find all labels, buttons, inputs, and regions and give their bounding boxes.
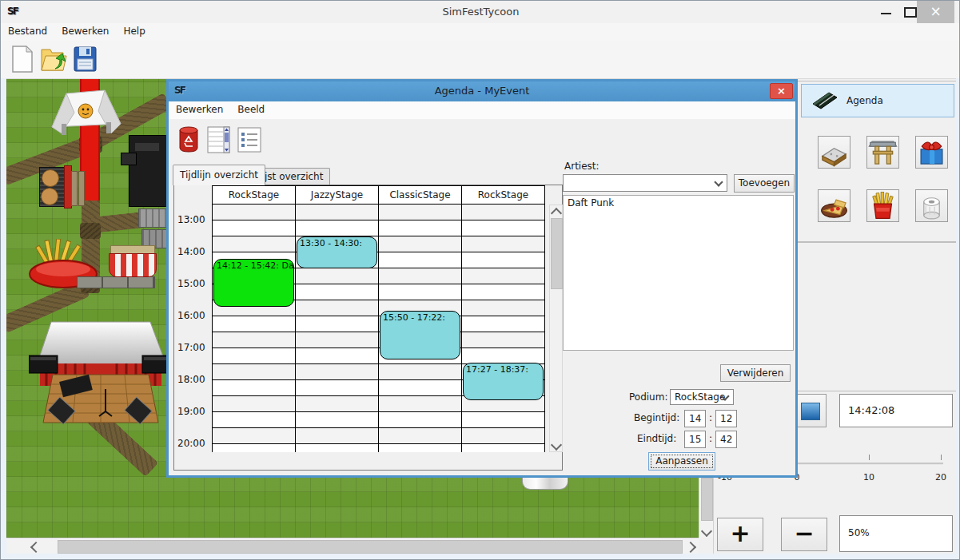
slider-label: 20	[925, 472, 957, 483]
podium-label: Podium:	[629, 391, 667, 403]
schedule-grid: 13:0014:0015:0016:0017:0018:0019:0020:00…	[173, 185, 563, 471]
timeline-grid-body[interactable]: 14:12 - 15:42: Daft Punk13:30 - 14:30:15…	[212, 205, 545, 452]
shop-item-pizza[interactable]	[818, 189, 850, 222]
dialog-title: Agenda - MyEvent	[169, 85, 795, 97]
schedule-event-jazzystage[interactable]: 13:30 - 14:30:	[297, 236, 377, 268]
gate-icon	[867, 137, 898, 168]
schedule-event-rockstage[interactable]: 14:12 - 15:42: Daft Punk	[213, 259, 294, 307]
start-time-label: Begintijd:	[634, 412, 679, 423]
save-button[interactable]	[71, 45, 100, 75]
titlebar: SF SimFestTycoon ×	[1, 1, 960, 24]
main-stage	[29, 319, 173, 471]
zoom-level-value: 50%	[848, 527, 870, 538]
pizza-icon	[819, 190, 850, 221]
start-time-separator: :	[709, 412, 712, 423]
timeline-view-icon	[207, 125, 231, 154]
zoom-out-button[interactable]: −	[781, 518, 827, 551]
stage-column-header: ClassicStage	[378, 185, 462, 205]
blue-tool-icon	[801, 403, 820, 420]
window-border-right	[956, 78, 960, 554]
dialog-close-button[interactable]: ×	[770, 83, 793, 99]
toilet-paper-icon	[916, 190, 947, 221]
dialog-titlebar[interactable]: SF Agenda - MyEvent ×	[169, 81, 795, 101]
hour-label: 20:00	[177, 438, 211, 449]
podium-combo[interactable]: RockStage	[670, 389, 734, 405]
end-minute-field[interactable]: 42	[715, 431, 737, 448]
zoom-level-field[interactable]: 50%	[839, 515, 953, 552]
main-menubar: BestandBewerkenHelp	[1, 23, 960, 42]
artist-combo[interactable]	[563, 174, 727, 192]
end-time-separator: :	[709, 433, 712, 444]
start-hour-field[interactable]: 14	[684, 410, 706, 427]
trash-icon	[177, 125, 200, 154]
grid-vertical-scrollbar[interactable]	[549, 205, 563, 452]
agenda-notebook-icon	[811, 89, 839, 112]
minimize-button[interactable]	[874, 1, 898, 23]
end-hour-value: 15	[689, 434, 701, 445]
stage-column-header: RockStage	[461, 185, 545, 205]
agenda-button-label: Agenda	[846, 95, 883, 106]
clock-display: 14:42:08	[839, 394, 953, 427]
stage-column-header: RockStage	[212, 185, 296, 205]
start-minute-value: 12	[720, 413, 732, 424]
apply-button[interactable]: Aanpassen	[648, 452, 715, 471]
list-view-button[interactable]	[237, 125, 261, 154]
path-tile-icon	[819, 137, 850, 168]
schedule-event-classicstage[interactable]: 15:50 - 17:22:	[380, 311, 460, 359]
main-menu-bestand[interactable]: Bestand	[1, 23, 54, 40]
slider-label: 10	[853, 472, 885, 483]
shop-item-path-tile[interactable]	[818, 136, 850, 169]
close-button[interactable]: ×	[917, 1, 954, 23]
end-hour-field[interactable]: 15	[684, 431, 706, 448]
hour-label: 15:00	[177, 278, 211, 289]
time-gutter: 13:0014:0015:0016:0017:0018:0019:0020:00	[174, 185, 212, 470]
stage-column-header: JazzyStage	[295, 185, 379, 205]
timeline-view-button[interactable]	[207, 125, 231, 154]
chevron-down-icon	[714, 177, 723, 186]
shop-item-fries[interactable]	[866, 189, 899, 222]
stand-table	[71, 171, 83, 205]
list-view-icon	[237, 125, 261, 154]
shop-item-toilet-paper[interactable]	[915, 189, 948, 222]
start-minute-field[interactable]: 12	[715, 410, 737, 427]
podium-combo-value: RockStage	[675, 391, 725, 403]
artist-list[interactable]: Daft Punk	[563, 195, 794, 351]
zoom-in-button[interactable]: +	[717, 518, 763, 551]
hour-label: 16:00	[177, 310, 211, 321]
hour-label: 17:00	[177, 342, 211, 353]
shop-item-gift[interactable]	[915, 136, 948, 169]
save-icon	[71, 45, 98, 73]
window-title: SimFestTycoon	[1, 6, 960, 18]
window-border-left	[1, 78, 6, 554]
striped-stand	[109, 245, 155, 277]
map-horizontal-scrollbar[interactable]	[6, 538, 699, 554]
window-border-bottom	[1, 554, 960, 560]
shop-item-gate[interactable]	[866, 136, 899, 169]
remove-artist-button[interactable]: Verwijderen	[720, 364, 791, 382]
info-panel	[797, 242, 957, 391]
gift-icon	[916, 137, 947, 168]
agenda-button[interactable]: Agenda	[801, 84, 954, 117]
main-menu-help[interactable]: Help	[116, 23, 152, 40]
slider-tick	[941, 455, 942, 460]
dialog-menu-bewerken[interactable]: Bewerken	[169, 101, 230, 118]
hour-label: 19:00	[177, 406, 211, 417]
schedule-event-rockstage[interactable]: 17:27 - 18:37:	[463, 363, 544, 400]
end-time-label: Eindtijd:	[637, 433, 676, 444]
dialog-menubar: BewerkenBeeld	[169, 101, 795, 120]
artist-label: Artiest:	[564, 161, 600, 172]
artist-list-item[interactable]: Daft Punk	[564, 196, 793, 210]
main-toolbar	[1, 41, 960, 79]
add-artist-button[interactable]: Toevoegen	[734, 174, 795, 193]
main-menu-bewerken[interactable]: Bewerken	[54, 23, 116, 40]
agenda-dialog: SF Agenda - MyEvent × BewerkenBeeld	[166, 79, 798, 478]
delete-trash-button[interactable]	[177, 125, 200, 154]
hour-label: 13:00	[177, 214, 211, 225]
new-file-button[interactable]	[9, 45, 38, 75]
dialog-menu-beeld[interactable]: Beeld	[230, 101, 272, 118]
tab-tijdlijn-overzicht[interactable]: Tijdlijn overzicht	[173, 165, 265, 185]
clock-value: 14:42:08	[848, 404, 894, 416]
burger-stand	[39, 165, 71, 207]
plus-label: +	[730, 519, 750, 547]
open-file-button[interactable]	[39, 45, 68, 75]
